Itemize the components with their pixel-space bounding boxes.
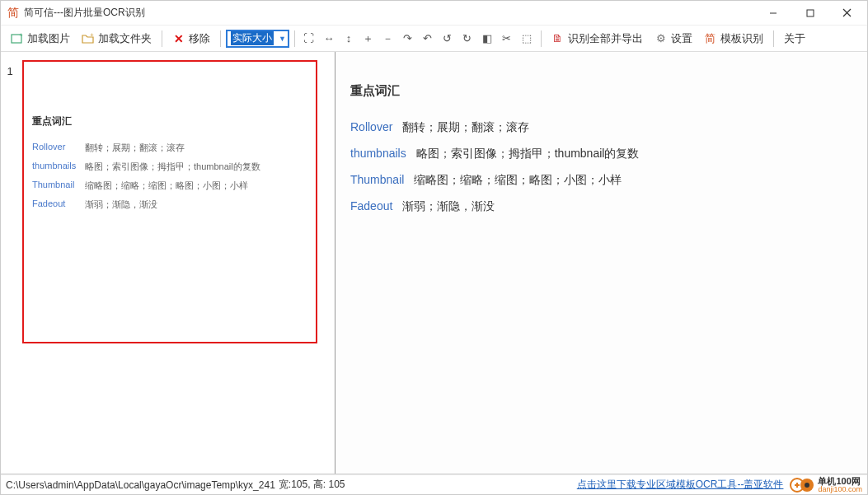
toolbar-separator: [541, 30, 542, 47]
thumb-term: Thumbnail: [32, 180, 78, 192]
row-index: 1: [1, 52, 19, 474]
template-ocr-button[interactable]: 简 模板识别: [699, 29, 768, 49]
ocr-row: Rollover 翻转；展期；翻滚；滚存: [350, 120, 852, 135]
undo-icon[interactable]: ↺: [439, 30, 457, 48]
about-button[interactable]: 关于: [779, 29, 810, 49]
zoom-select[interactable]: 实际大小 ▼: [226, 30, 289, 48]
thumb-term: Rollover: [32, 142, 78, 154]
load-image-label: 加载图片: [27, 31, 70, 46]
toolbar-separator: [162, 30, 162, 47]
ocr-def: 缩略图；缩略；缩图；略图；小图；小样: [414, 173, 622, 188]
close-button[interactable]: [828, 2, 866, 25]
ocr-row: Fadeout 渐弱；渐隐，渐没: [350, 199, 852, 214]
toolbar-separator: [773, 30, 774, 47]
thumb-def: 缩略图；缩略；缩图；略图；小图；小样: [85, 180, 248, 192]
window-controls: [754, 2, 866, 25]
settings-button[interactable]: ⚙ 设置: [650, 29, 697, 49]
rotate-right-icon[interactable]: ↷: [399, 30, 417, 48]
remove-label: 移除: [189, 31, 210, 46]
toolbar-separator: [294, 30, 295, 47]
fit-height-icon[interactable]: ↕: [340, 30, 358, 48]
remove-x-icon: ✕: [172, 32, 185, 45]
svg-text:+: +: [19, 32, 23, 39]
logo-cn: 单机100网: [818, 477, 862, 486]
load-folder-label: 加载文件夹: [98, 31, 152, 46]
thumb-def: 翻转；展期；翻滚；滚存: [85, 142, 185, 154]
svg-point-9: [805, 483, 809, 488]
ocr-def: 翻转；展期；翻滚；滚存: [402, 120, 529, 135]
settings-label: 设置: [671, 31, 692, 46]
ocr-def: 略图；索引图像；拇指甲；thumbnail的复数: [416, 147, 640, 161]
ocr-heading: 重点词汇: [350, 83, 852, 99]
ocr-export-label: 识别全部并导出: [568, 31, 643, 46]
ocr-term: Thumbnail: [350, 173, 404, 186]
ocr-row: Thumbnail 缩略图；缩略；缩图；略图；小图；小样: [350, 173, 852, 188]
thumb-row: Thumbnail 缩略图；缩略；缩图；略图；小图；小样: [32, 180, 307, 192]
thumb-def: 略图；索引图像；拇指甲；thumbnail的复数: [85, 161, 260, 173]
thumb-term: thumbnails: [32, 161, 78, 173]
remove-button[interactable]: ✕ 移除: [167, 29, 215, 49]
statusbar: C:\Users\admin\AppData\Local\gayaOcr\ima…: [1, 474, 867, 494]
zoom-in-icon[interactable]: ＋: [359, 30, 378, 48]
titlebar: 简 简可信---图片批量OCR识别: [1, 1, 867, 26]
minimize-button[interactable]: [754, 2, 791, 25]
svg-rect-1: [807, 10, 814, 16]
svg-text:+: +: [90, 32, 94, 39]
toolbar-separator: [220, 30, 221, 47]
ocr-result-pane[interactable]: 重点词汇 Rollover 翻转；展期；翻滚；滚存 thumbnails 略图；…: [335, 52, 867, 474]
image-list-pane: 1 重点词汇 Rollover 翻转；展期；翻滚；滚存 thumbnails 略…: [1, 52, 335, 474]
zoom-select-value: 实际大小: [231, 31, 274, 45]
status-dimensions: 宽:105, 高: 105: [279, 478, 345, 492]
invert-icon[interactable]: ◧: [478, 30, 496, 48]
thumb-row: Fadeout 渐弱；渐隐，渐没: [32, 198, 307, 211]
ocr-export-button[interactable]: 🗎 识别全部并导出: [547, 29, 648, 49]
fit-width-icon[interactable]: ↔: [320, 30, 338, 48]
rotate-left-icon[interactable]: ↶: [419, 30, 437, 48]
logo-url: danji100.com: [818, 486, 862, 493]
ocr-term: Fadeout: [350, 199, 392, 212]
load-folder-button[interactable]: + 加载文件夹: [77, 29, 157, 49]
app-icon: 简: [7, 6, 19, 21]
status-filepath: C:\Users\admin\AppData\Local\gayaOcr\ima…: [6, 479, 275, 491]
zoom-out-icon[interactable]: －: [379, 30, 397, 48]
about-label: 关于: [784, 31, 805, 46]
template-ocr-label: 模板识别: [720, 31, 763, 46]
template-icon: 简: [704, 32, 717, 45]
window-title: 简可信---图片批量OCR识别: [24, 6, 754, 20]
download-link[interactable]: 点击这里下载专业区域模板OCR工具--盖亚软件: [577, 478, 784, 492]
app-window: 简 简可信---图片批量OCR识别 + 加载图片 + 加载文件夹: [0, 0, 868, 495]
logo-text: 单机100网 danji100.com: [818, 477, 862, 493]
image-plus-icon: +: [11, 32, 24, 45]
dropdown-arrow-icon: ▼: [279, 35, 286, 43]
content-area: 1 重点词汇 Rollover 翻转；展期；翻滚；滚存 thumbnails 略…: [1, 52, 867, 474]
fit-selection-icon[interactable]: ⛶: [300, 30, 318, 48]
site-logo[interactable]: 单机100网 danji100.com: [790, 477, 862, 493]
thumb-heading: 重点词汇: [32, 114, 307, 128]
logo-icon: [790, 477, 814, 493]
folder-plus-icon: +: [82, 32, 95, 45]
selected-thumbnail[interactable]: 重点词汇 Rollover 翻转；展期；翻滚；滚存 thumbnails 略图；…: [22, 60, 317, 343]
ocr-term: thumbnails: [350, 147, 406, 160]
gear-icon: ⚙: [655, 32, 668, 45]
ocr-row: thumbnails 略图；索引图像；拇指甲；thumbnail的复数: [350, 147, 852, 161]
ocr-def: 渐弱；渐隐，渐没: [402, 199, 495, 214]
ocr-term: Rollover: [350, 120, 392, 133]
thumb-row: thumbnails 略图；索引图像；拇指甲；thumbnail的复数: [32, 161, 307, 173]
region-icon[interactable]: ⬚: [518, 30, 536, 48]
maximize-button[interactable]: [791, 2, 828, 25]
thumbnail-content: 重点词汇 Rollover 翻转；展期；翻滚；滚存 thumbnails 略图；…: [32, 114, 307, 211]
export-doc-icon: 🗎: [551, 32, 565, 45]
crop-icon[interactable]: ✂: [498, 30, 516, 48]
load-image-button[interactable]: + 加载图片: [6, 29, 75, 49]
redo-icon[interactable]: ↻: [458, 30, 476, 48]
thumb-term: Fadeout: [32, 198, 78, 211]
thumbnail-area[interactable]: 重点词汇 Rollover 翻转；展期；翻滚；滚存 thumbnails 略图；…: [19, 52, 335, 474]
toolbar: + 加载图片 + 加载文件夹 ✕ 移除 实际大小 ▼ ⛶ ↔ ↕ ＋ － ↷ ↶…: [1, 26, 867, 52]
thumb-def: 渐弱；渐隐，渐没: [85, 198, 157, 211]
thumb-row: Rollover 翻转；展期；翻滚；滚存: [32, 142, 307, 154]
